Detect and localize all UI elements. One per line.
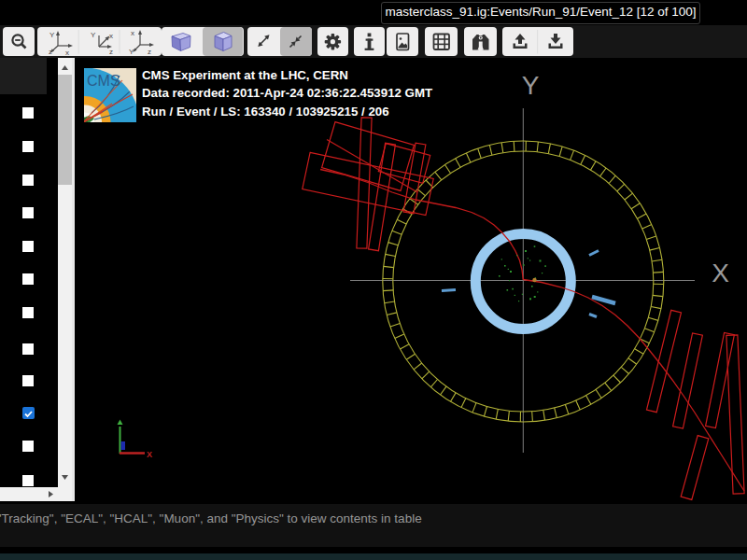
svg-text:Run / Event / LS: 163340 / 103: Run / Event / LS: 163340 / 103925215 / 2…	[142, 105, 389, 119]
svg-text:X: X	[147, 450, 152, 459]
svg-text:CMS: CMS	[87, 73, 120, 89]
svg-text:Y: Y	[522, 71, 540, 100]
svg-text:x: x	[109, 32, 113, 40]
svg-text:Y: Y	[91, 31, 96, 39]
svg-text:x: x	[65, 49, 69, 57]
svg-text:z: z	[49, 48, 52, 56]
svg-text:x: x	[131, 29, 134, 37]
svg-text:Data recorded: 2011-Apr-24 02:: Data recorded: 2011-Apr-24 02:36:22.4539…	[142, 86, 432, 100]
svg-text:X: X	[712, 259, 729, 287]
svg-text:z: z	[109, 48, 113, 56]
svg-text:Y: Y	[49, 31, 55, 39]
svg-text:Y: Y	[129, 48, 134, 56]
svg-text:z: z	[148, 48, 151, 56]
svg-text:CMS Experiment at the LHC, CER: CMS Experiment at the LHC, CERN	[142, 68, 348, 82]
